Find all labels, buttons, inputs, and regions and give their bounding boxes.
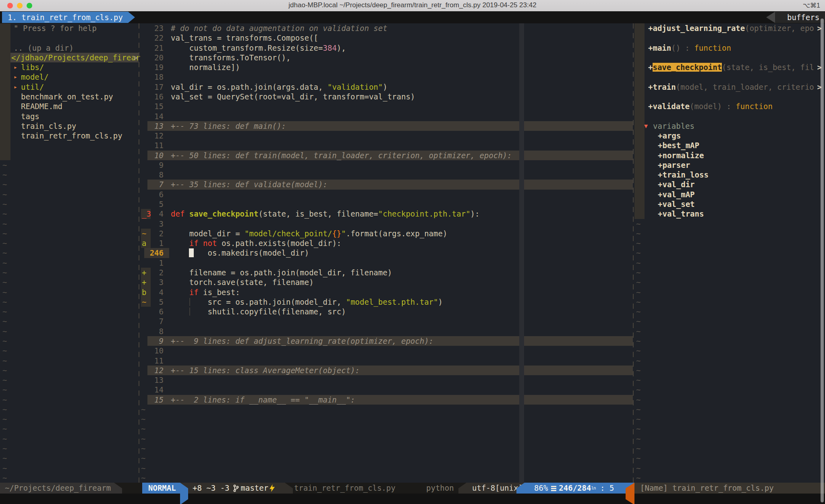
code-line[interactable]: 12 (140, 131, 633, 140)
nerdtree-row[interactable]: .. (up a dir) (0, 43, 139, 53)
scrollbar[interactable] (821, 19, 824, 502)
code-line[interactable]: 6 (140, 190, 633, 199)
statusline-nerdtree-path: ~/Projects/deep_firearm (0, 483, 114, 494)
tilde-marker: ~ (0, 366, 7, 375)
tag-type: function (694, 43, 731, 52)
code-line[interactable]: b4 if is_best: (140, 287, 633, 297)
code-line[interactable]: 7 (140, 316, 633, 326)
tilde-marker: ~ (0, 268, 7, 277)
tagbar-tag-save_checkpoint[interactable]: +save_checkpoint(state, is_best, fil> (634, 62, 825, 72)
code-line[interactable]: 13 (140, 375, 633, 385)
tilde-marker: ~ (634, 356, 641, 365)
code-line[interactable]: 15 (140, 101, 633, 111)
vim-command-line[interactable] (0, 494, 825, 504)
nerdtree-panel[interactable]: " Press ? for help.. (up a dir)</jdhao/P… (0, 23, 139, 483)
tagbar-var-train_loss[interactable]: +train_loss (634, 170, 825, 180)
code-line[interactable]: 9 (140, 160, 633, 170)
nerdtree-dir-model[interactable]: ▸model/ (0, 72, 139, 82)
tagbar-tag-adjust_learning_rate[interactable]: +adjust_learning_rate(optimizer, epo> (634, 23, 825, 33)
code-line[interactable]: 11 (140, 140, 633, 150)
tagbar-tag-main[interactable]: +main() : function (634, 43, 825, 53)
code-line[interactable]: 14 (140, 385, 633, 395)
code-line[interactable]: 6 shutil.copyfile(filename, src) (140, 307, 633, 316)
tagbar-tag-train[interactable]: +train(model, train_loader, criterio> (634, 82, 825, 92)
tagbar-var-best_mAP[interactable]: +best_mAP (634, 140, 825, 150)
tilde-marker: ~ (634, 464, 641, 473)
code-line[interactable]: 22val_trans = transforms.Compose([ (140, 33, 633, 43)
folded-line[interactable]: 9+-- 9 lines: def adjust_learning_rate(o… (140, 336, 633, 346)
code-line[interactable]: 11 (140, 356, 633, 366)
code-line[interactable]: ~2 model_dir = "model/check_point/{}".fo… (140, 229, 633, 238)
code-line[interactable]: _34def save_checkpoint(state, is_best, f… (140, 209, 633, 219)
buffers-label[interactable]: buffers (775, 12, 825, 23)
tilde-row: ~ (140, 463, 633, 473)
statusline-filename: train_retr_from_cls.py (294, 483, 396, 494)
code-line[interactable]: 19 normalize]) (140, 62, 633, 72)
window-separator-right[interactable] (633, 23, 634, 483)
tag-signature: (optimizer, epo (745, 24, 814, 33)
code-line[interactable]: ~5 src = os.path.join(model_dir, "model_… (140, 297, 633, 307)
code-line[interactable]: +2 filename = os.path.join(model_dir, fi… (140, 268, 633, 277)
code-line[interactable]: 8 (140, 326, 633, 336)
code-line[interactable]: 20 transforms.ToTensor(), (140, 53, 633, 62)
code-line[interactable]: 17val_dir = os.path.join(args.data, "val… (140, 82, 633, 92)
folded-line[interactable]: 7+-- 35 lines: def validate(model): (140, 180, 633, 189)
code-text: if is_best: (171, 287, 240, 297)
nerdtree-file-benchmark_on_testpy[interactable]: benchmark_on_test.py (0, 92, 139, 101)
nerdtree-dir-util[interactable]: ▸util/ (0, 82, 139, 92)
tilde-marker: ~ (634, 385, 641, 394)
window-separator-left[interactable] (139, 23, 139, 483)
nerdtree-file-READMEmd[interactable]: README.md (0, 101, 139, 111)
tagbar-var-val_mAP[interactable]: +val_mAP (634, 190, 825, 199)
tab-active-buffer[interactable]: 1. train_retr_from_cls.py (2, 12, 135, 23)
code-line[interactable]: 8 (140, 170, 633, 180)
tilde-marker: ~ (634, 307, 641, 316)
tilde-marker: ~ (634, 317, 641, 326)
nerdtree-root-row[interactable]: </jdhao/Projects/deep_firear> (0, 53, 139, 62)
code-line[interactable]: 16val_set = QuerySet(root=val_dir, trans… (140, 92, 633, 101)
tagbar-tag-validate[interactable]: +validate(model) : function (634, 101, 825, 111)
code-line[interactable]: 5 (140, 199, 633, 209)
tagbar-var-val_set[interactable]: +val_set (634, 199, 825, 209)
tagbar-var-val_dir[interactable]: +val_dir (634, 180, 825, 189)
code-line[interactable]: 18 (140, 72, 633, 82)
tagbar-var-normalize[interactable]: +normalize (634, 151, 825, 160)
tilde-row: ~ (0, 356, 139, 366)
folded-line[interactable]: 12+-- 15 lines: class AverageMeter(objec… (140, 366, 633, 375)
tagbar-panel[interactable]: +adjust_learning_rate(optimizer, epo>+ma… (634, 23, 825, 483)
nerdtree-file-train_clspy[interactable]: train_cls.py (0, 121, 139, 131)
code-line[interactable]: 3 (140, 219, 633, 229)
folded-line[interactable]: 15+-- 2 lines: if __name__ == "__main__"… (140, 395, 633, 405)
code-line[interactable]: 21 custom_transform.Resize(size=384), (140, 43, 633, 53)
code-line[interactable]: 246 os.makedirs(model_dir) (140, 248, 633, 258)
line-number: 2 (140, 229, 164, 238)
code-line[interactable]: +3 torch.save(state, filename) (140, 277, 633, 287)
tilde-marker: ~ (0, 424, 7, 433)
tilde-row: ~ (634, 473, 825, 483)
code-line[interactable]: a1 if not os.path.exists(model_dir): (140, 238, 633, 248)
tilde-row: ~ (140, 405, 633, 414)
nerdtree-file-train_retr_from_clspy[interactable]: train_retr_from_cls.py (0, 131, 139, 140)
code-line[interactable]: 1 (140, 258, 633, 268)
code-line[interactable]: 10 (140, 346, 633, 355)
nerdtree-dir-libs[interactable]: ▸libs/ (0, 62, 139, 72)
code-text: val_trans = transforms.Compose([ (171, 33, 318, 43)
nerdtree-row[interactable]: " Press ? for help (0, 23, 139, 33)
line-number: 22 (140, 33, 164, 43)
tilde-marker: ~ (0, 327, 7, 336)
line-number: 4 (140, 209, 164, 219)
code-line[interactable]: 23# do not do data augmentation on valid… (140, 23, 633, 33)
tagbar-var-args[interactable]: +args (634, 131, 825, 140)
line-number: 7 (140, 316, 164, 326)
editor-window[interactable]: 23# do not do data augmentation on valid… (140, 23, 633, 483)
folded-line[interactable]: 10+-- 50 lines: def train(model, train_l… (140, 151, 633, 160)
tagbar-var-val_trans[interactable]: +val_trans (634, 209, 825, 219)
folded-line[interactable]: 13+-- 73 lines: def main(): (140, 121, 633, 131)
code-line[interactable]: 14 (140, 112, 633, 121)
tagbar-kind-variables[interactable]: ▼variables (634, 121, 825, 131)
nerdtree-file-tags[interactable]: tags (0, 112, 139, 121)
tagbar-var-parser[interactable]: +parser (634, 160, 825, 170)
tilde-row: ~ (140, 414, 633, 424)
tilde-marker: ~ (634, 424, 641, 433)
line-number: 18 (140, 72, 164, 82)
